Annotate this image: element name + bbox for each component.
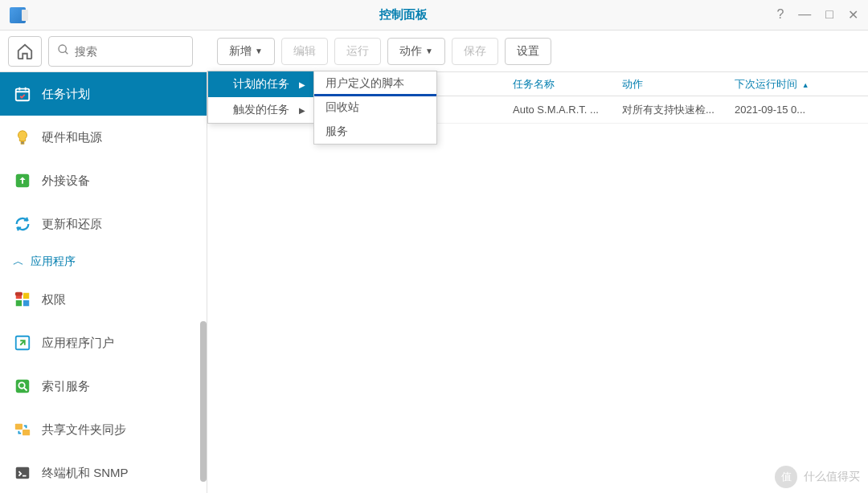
sidebar-item-label: 应用程序门户	[42, 336, 114, 351]
watermark-badge: 值	[775, 466, 797, 488]
sidebar-item-privileges[interactable]: 权限	[0, 278, 207, 321]
submenu-service[interactable]: 服务	[314, 120, 436, 144]
sidebar-item-external[interactable]: 外接设备	[0, 159, 207, 202]
action-button-label: 动作	[399, 44, 422, 59]
section-label: 应用程序	[31, 255, 76, 269]
submenu-label: 用户定义的脚本	[326, 76, 404, 91]
chevron-right-icon: ▶	[299, 80, 305, 89]
submenu-recycle[interactable]: 回收站	[314, 96, 436, 120]
submenu-user-script[interactable]: 用户定义的脚本	[314, 71, 436, 96]
save-button: 保存	[452, 38, 498, 65]
edit-button-label: 编辑	[293, 44, 316, 59]
menu-triggered-task[interactable]: 触发的任务 ▶	[208, 97, 313, 123]
search-input[interactable]	[75, 45, 215, 58]
privileges-icon	[13, 290, 32, 309]
bulb-icon	[13, 128, 32, 147]
indexing-icon	[13, 377, 32, 396]
main-toolbar: 新增 ▼ 编辑 运行 动作 ▼ 保存 设置	[217, 38, 551, 65]
toolbar-row: 新增 ▼ 编辑 运行 动作 ▼ 保存 设置	[0, 31, 868, 72]
sort-asc-icon: ▲	[802, 81, 809, 89]
svg-rect-8	[23, 300, 29, 306]
search-icon	[57, 43, 70, 59]
maximize-icon[interactable]: □	[825, 7, 833, 22]
save-button-label: 保存	[464, 44, 486, 59]
help-icon[interactable]: ?	[776, 7, 784, 22]
action-button[interactable]: 动作 ▼	[387, 38, 445, 65]
app-icon	[10, 7, 26, 23]
sidebar-section-apps[interactable]: ︿ 应用程序	[0, 246, 207, 278]
sidebar: 任务计划 硬件和电源 外接设备 更新和还原 ︿ 应用程序	[0, 72, 207, 493]
sidebar-item-label: 共享文件夹同步	[42, 422, 126, 438]
sidebar-item-label: 硬件和电源	[42, 130, 102, 145]
sidebar-item-label: 外接设备	[42, 173, 90, 189]
svg-rect-3	[21, 142, 24, 145]
window-title: 控制面板	[31, 7, 776, 22]
chevron-up-icon: ︿	[13, 255, 24, 269]
new-dropdown: 计划的任务 ▶ 触发的任务 ▶	[207, 71, 314, 124]
new-button[interactable]: 新增 ▼	[217, 38, 275, 65]
svg-rect-16	[16, 467, 30, 479]
svg-rect-2	[16, 89, 30, 101]
watermark: 值 什么值得买	[775, 466, 860, 488]
svg-point-0	[59, 45, 66, 52]
watermark-text: 什么值得买	[804, 470, 860, 484]
titlebar: 控制面板 ? — □ ✕	[0, 0, 868, 31]
menu-label: 计划的任务	[233, 77, 289, 92]
cell-next-run: 2021-09-15 0...	[727, 104, 847, 116]
minimize-icon[interactable]: —	[798, 7, 811, 22]
col-next-run[interactable]: 下次运行时间 ▲	[727, 77, 847, 92]
terminal-icon	[13, 463, 32, 483]
svg-rect-11	[16, 380, 30, 393]
sidebar-item-hardware[interactable]: 硬件和电源	[0, 116, 207, 159]
sidebar-scrollbar[interactable]	[200, 321, 207, 482]
settings-button[interactable]: 设置	[505, 38, 551, 65]
sidebar-item-terminal[interactable]: 终端机和 SNMP	[0, 451, 207, 493]
menu-scheduled-task[interactable]: 计划的任务 ▶	[208, 71, 313, 97]
window-controls: ? — □ ✕	[776, 7, 858, 22]
scheduled-submenu: 用户定义的脚本 回收站 服务	[313, 71, 437, 145]
edit-button: 编辑	[281, 38, 328, 65]
sync-icon	[13, 420, 32, 439]
col-task-name[interactable]: 任务名称	[505, 77, 614, 92]
sidebar-item-label: 索引服务	[42, 379, 90, 394]
home-icon	[16, 43, 34, 60]
caret-down-icon: ▼	[425, 47, 433, 55]
sidebar-item-label: 终端机和 SNMP	[42, 466, 129, 481]
cell-task-name: Auto S.M.A.R.T. ...	[505, 104, 614, 116]
submenu-label: 回收站	[326, 100, 359, 115]
new-button-label: 新增	[229, 44, 252, 59]
sidebar-item-app-portal[interactable]: 应用程序门户	[0, 321, 207, 365]
col-action[interactable]: 动作	[614, 77, 727, 92]
upload-icon	[13, 171, 32, 190]
svg-line-1	[65, 51, 68, 54]
chevron-right-icon: ▶	[299, 106, 305, 115]
submenu-label: 服务	[326, 124, 348, 139]
home-button[interactable]	[8, 36, 42, 67]
content: 任务 任务名称 动作 下次运行时间 ▲ R.T. 检测 Auto S.M.A.R…	[207, 72, 868, 493]
svg-rect-15	[23, 430, 30, 435]
portal-icon	[13, 333, 32, 352]
sidebar-item-label: 更新和还原	[42, 217, 102, 232]
sidebar-item-shared-sync[interactable]: 共享文件夹同步	[0, 408, 207, 451]
svg-rect-14	[15, 424, 23, 430]
sidebar-item-label: 权限	[42, 292, 66, 308]
close-icon[interactable]: ✕	[848, 7, 858, 22]
calendar-check-icon	[13, 84, 32, 104]
sidebar-item-label: 任务计划	[42, 87, 90, 102]
svg-rect-7	[23, 293, 29, 299]
search-box[interactable]	[48, 36, 193, 67]
body: 任务计划 硬件和电源 外接设备 更新和还原 ︿ 应用程序	[0, 72, 868, 493]
run-button-label: 运行	[346, 44, 369, 59]
sidebar-item-update[interactable]: 更新和还原	[0, 202, 207, 246]
svg-rect-6	[16, 300, 22, 306]
refresh-icon	[13, 214, 32, 234]
sidebar-item-indexing[interactable]: 索引服务	[0, 365, 207, 408]
svg-rect-9	[15, 292, 23, 296]
run-button: 运行	[334, 38, 381, 65]
cell-action: 对所有支持快速检...	[614, 103, 727, 117]
menu-label: 触发的任务	[233, 103, 289, 117]
caret-down-icon: ▼	[255, 47, 263, 55]
sidebar-item-task-scheduler[interactable]: 任务计划	[0, 72, 207, 116]
settings-button-label: 设置	[517, 44, 539, 59]
